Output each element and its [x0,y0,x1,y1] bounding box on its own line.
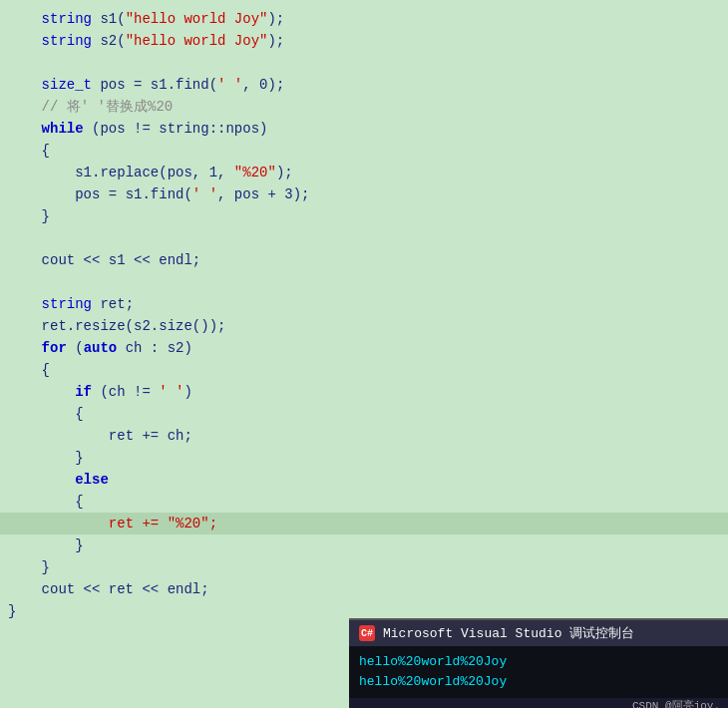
code-line: cout << s1 << endl; [0,249,728,271]
code-text: } [8,205,728,227]
code-text: pos = s1.find(' ', pos + 3); [8,183,728,205]
code-line: while (pos != string::npos) [0,118,728,140]
code-text: } [8,600,728,618]
code-text: ret += "%20"; [8,513,728,534]
code-line [0,227,728,249]
code-line: for (auto ch : s2) [0,337,728,359]
code-line: { [0,359,728,381]
code-editor: string s1("hello world Joy"); string s2(… [0,0,728,618]
code-line: pos = s1.find(' ', pos + 3); [0,183,728,205]
code-line: ret += "%20"; [0,513,728,534]
code-line: if (ch != ' ') [0,381,728,403]
code-text: } [8,556,728,578]
code-line: cout << ret << endl; [0,578,728,600]
code-line: else [0,469,728,491]
code-text: } [8,447,728,469]
code-text: if (ch != ' ') [8,381,728,403]
code-text: s1.replace(pos, 1, "%20"); [8,162,728,183]
main-container: string s1("hello world Joy"); string s2(… [0,0,728,708]
code-text: cout << ret << endl; [8,578,728,600]
code-text: } [8,534,728,556]
code-text: size_t pos = s1.find(' ', 0); [8,74,728,96]
code-line: } [0,205,728,227]
code-text: // 将' '替换成%20 [8,96,728,118]
code-line: size_t pos = s1.find(' ', 0); [0,74,728,96]
code-line: string ret; [0,293,728,315]
output-line-1: hello%20world%20Joy [359,652,718,672]
code-line: string s2("hello world Joy"); [0,30,728,52]
code-text: while (pos != string::npos) [8,118,728,140]
code-text: else [8,469,728,491]
debug-console-panel: C# Microsoft Visual Studio 调试控制台 hello%2… [349,618,728,708]
code-line: string s1("hello world Joy"); [0,8,728,30]
code-text: string ret; [8,293,728,315]
code-line: // 将' '替换成%20 [0,96,728,118]
code-text: for (auto ch : s2) [8,337,728,359]
code-text: { [8,491,728,513]
code-line: { [0,140,728,162]
code-text: { [8,359,728,381]
code-line: { [0,403,728,425]
code-line: s1.replace(pos, 1, "%20"); [0,162,728,183]
code-line: ret.resize(s2.size()); [0,315,728,337]
code-text: ret.resize(s2.size()); [8,315,728,337]
credit-text: CSDN @阿亮joy. [349,698,728,708]
code-text: ret += ch; [8,425,728,447]
code-text: { [8,403,728,425]
code-text: string s1("hello world Joy"); [8,8,728,30]
code-text: { [8,140,728,162]
output-line-2: hello%20world%20Joy [359,672,718,692]
code-line: } [0,556,728,578]
output-area: hello%20world%20Joy hello%20world%20Joy [349,646,728,698]
code-line: } [0,600,728,618]
code-line: ret += ch; [0,425,728,447]
panel-title: Microsoft Visual Studio 调试控制台 [383,624,634,642]
code-text: cout << s1 << endl; [8,249,728,271]
code-line [0,271,728,293]
code-line [0,52,728,74]
code-text: string s2("hello world Joy"); [8,30,728,52]
code-line: } [0,534,728,556]
vs-icon: C# [359,625,375,641]
code-line: } [0,447,728,469]
panel-header: C# Microsoft Visual Studio 调试控制台 [349,620,728,646]
code-line: { [0,491,728,513]
